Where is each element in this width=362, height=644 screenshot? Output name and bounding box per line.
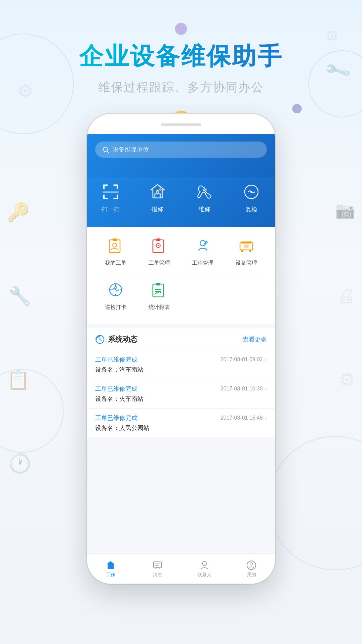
news-item-2-time: 2017-08-01 15:48 [221, 415, 263, 421]
news-item-0[interactable]: 工单已维修完成 2017-08-01 09:02 › 设备名：汽车南站 [87, 350, 275, 379]
menu-section: 我的工单 工单管理 [87, 227, 275, 324]
inspect-icon [242, 182, 261, 201]
svg-rect-35 [153, 284, 164, 297]
news-item-2-time-wrapper: 2017-08-01 15:48 › [221, 415, 267, 422]
news-item-2-top: 工单已维修完成 2017-08-01 15:48 › [95, 414, 267, 422]
menu-stats[interactable]: 统计报表 [137, 279, 181, 311]
news-section: 系统动态 查看更多 工单已维修完成 2017-08-01 09:02 › 设备名… [87, 328, 275, 437]
news-item-2-status: 工单已维修完成 [95, 414, 137, 422]
menu-patrol[interactable]: 巡检打卡 [94, 279, 137, 311]
svg-point-21 [158, 245, 159, 246]
quick-actions-section: 扫一扫 [87, 177, 275, 227]
menu-grid-row1: 我的工单 工单管理 [94, 235, 268, 267]
tools-icon [195, 182, 214, 201]
clock-refresh-icon [95, 335, 105, 344]
phone-mockup: 设备维保单位 [87, 114, 275, 584]
deco-gear-icon: ⚙ [17, 80, 33, 102]
scan-icon [101, 182, 120, 201]
news-item-0-time: 2017-08-01 09:02 [221, 357, 263, 363]
news-item-0-top: 工单已维修完成 2017-08-01 09:02 › [95, 356, 267, 364]
quick-actions-grid: 扫一扫 [87, 177, 275, 219]
svg-rect-16 [113, 238, 117, 241]
chevron-right-icon-2: › [265, 415, 267, 422]
svg-rect-28 [244, 245, 249, 248]
news-item-1-top: 工单已维修完成 2017-08-01 10:30 › [95, 385, 267, 393]
menu-my-orders[interactable]: 我的工单 [94, 235, 137, 267]
deco-clock-icon: 🕐 [8, 453, 32, 475]
scan-label: 扫一扫 [102, 205, 120, 213]
news-header-left: 系统动态 [95, 334, 137, 344]
menu-order-mgmt[interactable]: 工单管理 [137, 235, 181, 267]
nav-circle-person-icon [246, 560, 257, 571]
bottom-navigation: 工作 消息 [87, 553, 275, 584]
deco-key-icon: 🔑 [7, 201, 30, 223]
deco-purple-dot-right [292, 104, 302, 113]
home-repair-icon [148, 182, 167, 201]
menu-grid-row2: 巡检打卡 统计报表 [94, 272, 268, 318]
search-bar-section: 设备维保单位 [87, 134, 275, 178]
deco-camera-icon: 📷 [335, 201, 355, 220]
nav-message-icon [152, 560, 163, 571]
nav-home-icon [105, 560, 116, 571]
deco-print-icon: 🖨 [337, 285, 355, 307]
svg-rect-7 [103, 195, 105, 199]
nav-contacts[interactable]: 联系人 [181, 557, 228, 581]
news-item-0-device: 设备名：汽车南站 [95, 366, 267, 374]
svg-point-17 [113, 243, 117, 247]
equipment-icon [236, 235, 257, 256]
news-item-1-device: 设备名：火车南站 [95, 395, 267, 403]
app-content: 设备维保单位 [87, 134, 275, 584]
nav-work[interactable]: 工作 [87, 557, 134, 581]
quick-action-report[interactable]: 报修 [134, 177, 181, 219]
news-item-1-status: 工单已维修完成 [95, 385, 137, 393]
deco-doc-icon: 📋 [7, 369, 30, 391]
svg-rect-27 [249, 250, 251, 252]
engineering-icon [192, 235, 214, 256]
news-header: 系统动态 查看更多 [87, 328, 275, 350]
quick-action-scan[interactable]: 扫一扫 [87, 177, 134, 219]
svg-point-46 [250, 562, 253, 565]
menu-engineering[interactable]: 工程管理 [181, 235, 225, 267]
order-mgmt-label: 工单管理 [148, 260, 170, 267]
deco-purple-dot-top [175, 23, 187, 35]
nav-mine-label: 我的 [247, 572, 256, 578]
patrol-icon [105, 279, 126, 301]
deco-tool-icon: 🔧 [8, 285, 32, 307]
svg-rect-9 [117, 195, 118, 199]
chevron-right-icon-0: › [265, 356, 267, 363]
svg-point-30 [115, 286, 117, 288]
recheck-label: 复检 [245, 205, 257, 213]
chevron-right-icon-1: › [265, 385, 267, 392]
nav-work-label: 工作 [106, 572, 115, 578]
nav-mine[interactable]: 我的 [228, 557, 275, 581]
equipment-label: 设备管理 [236, 260, 257, 267]
deco-gear2-icon: ⚙ [325, 27, 339, 45]
my-orders-label: 我的工单 [105, 260, 126, 267]
quick-action-repair[interactable]: 维修 [181, 177, 228, 219]
nav-person-icon [199, 560, 210, 571]
news-item-1-time: 2017-08-01 10:30 [221, 386, 263, 392]
report-label: 报修 [152, 205, 164, 213]
search-placeholder-text: 设备维保单位 [113, 146, 149, 154]
app-title-section: 企业设备维保助手 维保过程跟踪、多方协同办公 [79, 40, 283, 96]
news-item-2[interactable]: 工单已维修完成 2017-08-01 15:48 › 设备名：人民公园站 [87, 408, 275, 437]
quick-action-recheck[interactable]: 复检 [228, 177, 275, 219]
deco-settings-icon: ⚙ [339, 369, 355, 390]
stats-icon [148, 279, 170, 301]
app-subtitle: 维保过程跟踪、多方协同办公 [79, 79, 283, 96]
app-title: 企业设备维保助手 [79, 40, 283, 72]
search-input-wrapper[interactable]: 设备维保单位 [95, 142, 267, 158]
repair-label: 维修 [198, 205, 210, 213]
menu-equipment[interactable]: 设备管理 [225, 235, 268, 267]
phone-frame: 设备维保单位 [87, 114, 275, 584]
nav-messages[interactable]: 消息 [134, 557, 181, 581]
clipboard-person-icon [105, 235, 126, 256]
news-more-link[interactable]: 查看更多 [243, 335, 267, 343]
svg-rect-10 [103, 192, 119, 193]
svg-point-44 [202, 561, 206, 566]
stats-label: 统计报表 [148, 304, 170, 311]
svg-rect-36 [156, 283, 160, 285]
news-item-1[interactable]: 工单已维修完成 2017-08-01 10:30 › 设备名：火车南站 [87, 379, 275, 408]
phone-notch [161, 123, 201, 126]
nav-contacts-label: 联系人 [197, 572, 212, 578]
